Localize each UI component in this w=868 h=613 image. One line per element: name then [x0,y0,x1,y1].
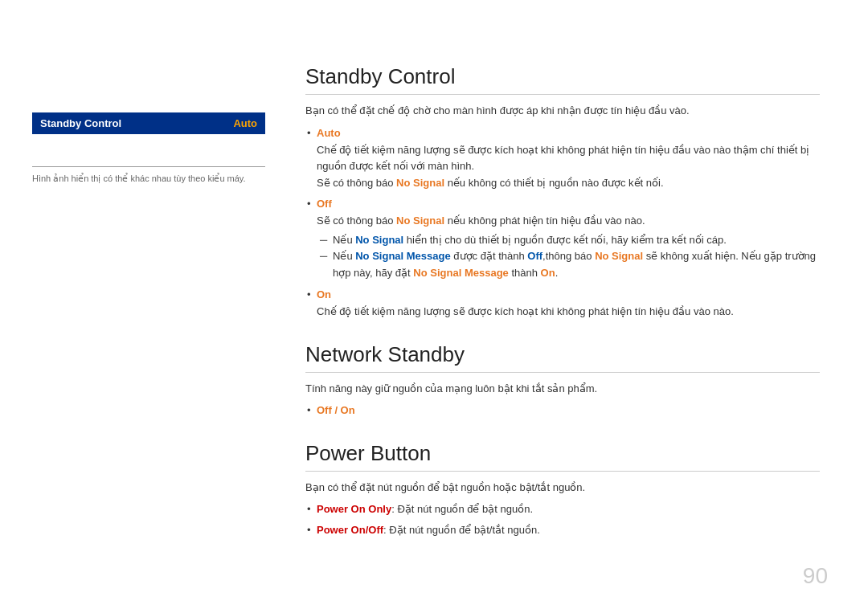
section-title-power: Power Button [305,441,820,472]
standby-list: Auto Chế độ tiết kiệm năng lượng sẽ được… [305,125,820,320]
term-off: Off [317,198,332,210]
term-power-on-only: Power On Only [317,503,391,515]
dash-item-1: Nếu No Signal hiển thị cho dù thiết bị n… [317,232,820,249]
list-item-on: On Chế độ tiết kiệm năng lượng sẽ được k… [305,287,820,320]
off-dash-list: Nếu No Signal hiển thị cho dù thiết bị n… [317,232,820,282]
left-panel: Standby Control Auto Hình ảnh hiển thị c… [32,112,265,184]
dash-item-2: Nếu No Signal Message được đặt thành Off… [317,248,820,282]
left-panel-divider [32,166,265,167]
network-list: Off / On [305,403,820,419]
power-on-off-desc: : Đặt nút nguồn để bật/tắt nguồn. [383,524,540,536]
section-title-standby: Standby Control [305,64,820,95]
menu-item-label: Standby Control [40,117,121,129]
network-desc: Tính năng này giữ nguồn của mạng luôn bậ… [305,381,820,397]
standby-desc: Bạn có thể đặt chế độ chờ cho màn hình đ… [305,103,820,119]
main-content: Standby Control Bạn có thể đặt chế độ ch… [305,64,820,560]
power-list: Power On Only: Đặt nút nguồn để bật nguồ… [305,501,820,537]
term-auto: Auto [317,127,341,139]
on-desc: Chế độ tiết kiệm năng lượng sẽ được kích… [317,304,820,320]
section-power-button: Power Button Bạn có thể đặt nút nguồn để… [305,441,820,538]
term-off-on: Off / On [317,404,355,416]
power-on-only-desc: : Đặt nút nguồn để bật nguồn. [391,503,533,515]
left-panel-note: Hình ảnh hiển thị có thể khác nhau tùy t… [32,174,265,184]
list-item-power-on-off: Power On/Off: Đặt nút nguồn để bật/tắt n… [305,522,820,538]
auto-desc: Chế độ tiết kiệm năng lượng sẽ được kích… [317,142,820,174]
menu-item-standby[interactable]: Standby Control Auto [32,112,265,134]
section-title-network: Network Standby [305,342,820,373]
section-standby-control: Standby Control Bạn có thể đặt chế độ ch… [305,64,820,320]
page-number: 90 [803,563,828,589]
list-item-off-on: Off / On [305,403,820,419]
off-desc: Sẽ có thông báo No Signal nếu không phát… [317,213,820,229]
power-desc: Bạn có thể đặt nút nguồn để bật nguồn ho… [305,480,820,496]
section-network-standby: Network Standby Tính năng này giữ nguồn … [305,342,820,419]
menu-item-value: Auto [233,117,257,129]
term-power-on-off: Power On/Off [317,524,383,536]
auto-sub: Sẽ có thông báo No Signal nếu không có t… [317,175,820,191]
term-on: On [317,288,331,300]
list-item-power-on-only: Power On Only: Đặt nút nguồn để bật nguồ… [305,501,820,517]
list-item-off: Off Sẽ có thông báo No Signal nếu không … [305,196,820,282]
list-item-auto: Auto Chế độ tiết kiệm năng lượng sẽ được… [305,125,820,191]
